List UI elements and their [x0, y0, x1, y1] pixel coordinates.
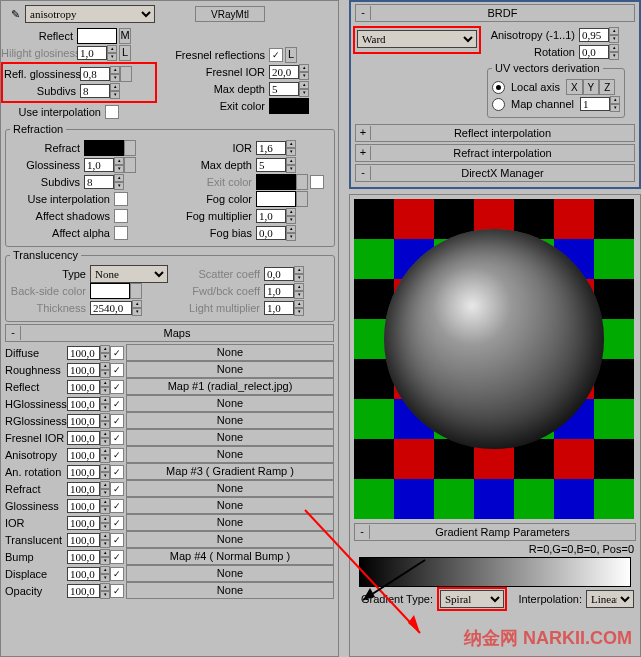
map-enable-check[interactable]: ✓ [110, 533, 124, 547]
map-slot-button[interactable]: None [126, 582, 334, 599]
reflect-label: Reflect [1, 30, 77, 42]
map-enable-check[interactable]: ✓ [110, 482, 124, 496]
map-slot-button[interactable]: None [126, 344, 334, 361]
map-row: Glossiness▴▾✓None [5, 497, 334, 514]
gradient-bar[interactable] [359, 557, 631, 587]
map-enable-check[interactable]: ✓ [110, 550, 124, 564]
map-row: Reflect▴▾✓Map #1 (radial_relect.jpg) [5, 378, 334, 395]
map-amount-input[interactable] [67, 363, 100, 377]
map-label: IOR [5, 517, 67, 529]
local-axis-radio[interactable] [492, 81, 505, 94]
map-label: Translucent [5, 534, 67, 546]
map-label: Refract [5, 483, 67, 495]
map-amount-input[interactable] [67, 431, 100, 445]
map-amount-input[interactable] [67, 584, 100, 598]
map-enable-check[interactable]: ✓ [110, 414, 124, 428]
gradient-info: R=0,G=0,B=0, Pos=0 [350, 543, 640, 555]
exit-color[interactable] [269, 98, 309, 114]
material-name-dropdown[interactable]: anisotropy [25, 5, 155, 23]
preview-panel: -Gradient Ramp Parameters R=0,G=0,B=0, P… [349, 194, 641, 657]
material-type-button[interactable]: VRayMtl [195, 6, 265, 22]
map-amount-input[interactable] [67, 397, 100, 411]
fresnel-check[interactable]: ✓ [269, 48, 283, 62]
map-enable-check[interactable]: ✓ [110, 397, 124, 411]
map-slot-button[interactable]: Map #3 ( Gradient Ramp ) [126, 463, 334, 480]
map-slot-button[interactable]: None [126, 480, 334, 497]
map-amount-input[interactable] [67, 482, 100, 496]
map-enable-check[interactable]: ✓ [110, 499, 124, 513]
map-row: Bump▴▾✓Map #4 ( Normal Bump ) [5, 548, 334, 565]
map-amount-input[interactable] [67, 448, 100, 462]
use-interp-check[interactable] [105, 105, 119, 119]
map-enable-check[interactable]: ✓ [110, 346, 124, 360]
hilight-gloss-input[interactable] [77, 46, 107, 60]
map-slot-button[interactable]: None [126, 514, 334, 531]
map-amount-input[interactable] [67, 380, 100, 394]
interpolation-select[interactable]: Linear [586, 590, 634, 608]
gradient-type-select[interactable]: Spiral [440, 590, 504, 608]
map-row: Displace▴▾✓None [5, 565, 334, 582]
map-label: Diffuse [5, 347, 67, 359]
map-label: Bump [5, 551, 67, 563]
map-amount-input[interactable] [67, 533, 100, 547]
map-slot-button[interactable]: None [126, 412, 334, 429]
map-enable-check[interactable]: ✓ [110, 584, 124, 598]
map-row: Roughness▴▾✓None [5, 361, 334, 378]
brdf-type-select[interactable]: Ward [357, 30, 477, 48]
map-slot-button[interactable]: Map #1 (radial_relect.jpg) [126, 378, 334, 395]
map-slot-button[interactable]: None [126, 446, 334, 463]
map-label: An. rotation [5, 466, 67, 478]
spinner[interactable]: ▴▾ [107, 45, 117, 61]
translucency-group: Translucency TypeNone Back-side color Th… [5, 249, 335, 322]
map-enable-check[interactable]: ✓ [110, 448, 124, 462]
maps-rollout-header[interactable]: -Maps [5, 324, 334, 342]
map-amount-input[interactable] [67, 414, 100, 428]
map-row: RGlossiness▴▾✓None [5, 412, 334, 429]
map-amount-input[interactable] [67, 550, 100, 564]
map-amount-input[interactable] [67, 567, 100, 581]
brdf-panel: -BRDF Ward Anisotropy (-1..1)▴▾ Rotation… [349, 0, 641, 189]
map-amount-input[interactable] [67, 516, 100, 530]
material-preview [354, 199, 634, 519]
subdivs-input[interactable] [80, 84, 110, 98]
map-slot-button[interactable]: None [126, 565, 334, 582]
map-enable-check[interactable]: ✓ [110, 516, 124, 530]
max-depth-input[interactable] [269, 82, 299, 96]
map-slot-button[interactable]: None [126, 531, 334, 548]
map-enable-check[interactable]: ✓ [110, 567, 124, 581]
map-slot-button[interactable]: Map #4 ( Normal Bump ) [126, 548, 334, 565]
map-slot-button[interactable]: None [126, 497, 334, 514]
map-enable-check[interactable]: ✓ [110, 465, 124, 479]
map-amount-input[interactable] [67, 499, 100, 513]
map-slot-button[interactable]: None [126, 395, 334, 412]
map-slot-button[interactable]: None [126, 429, 334, 446]
map-label: Glossiness [5, 500, 67, 512]
map-enable-check[interactable]: ✓ [110, 363, 124, 377]
trans-type-select[interactable]: None [90, 265, 168, 283]
watermark: 纳金网 NARKII.COM [464, 626, 632, 650]
map-row: Anisotropy▴▾✓None [5, 446, 334, 463]
map-row: Fresnel IOR▴▾✓None [5, 429, 334, 446]
map-enable-check[interactable]: ✓ [110, 431, 124, 445]
map-label: Opacity [5, 585, 67, 597]
fresnel-ior-input[interactable] [269, 65, 299, 79]
reflect-m-button[interactable]: M [119, 28, 131, 44]
map-label: Roughness [5, 364, 67, 376]
map-label: Reflect [5, 381, 67, 393]
refraction-group: Refraction Refract Glossiness▴▾ Subdivs▴… [5, 123, 335, 247]
reflect-color[interactable] [77, 28, 117, 44]
map-slot-button[interactable]: None [126, 361, 334, 378]
map-channel-radio[interactable] [492, 98, 505, 111]
map-row: IOR▴▾✓None [5, 514, 334, 531]
map-row: HGlossiness▴▾✓None [5, 395, 334, 412]
map-label: Displace [5, 568, 67, 580]
l-button[interactable]: L [119, 45, 131, 61]
eyedropper-icon[interactable]: ✎ [5, 8, 25, 21]
map-enable-check[interactable]: ✓ [110, 380, 124, 394]
refl-gloss-input[interactable] [80, 67, 110, 81]
material-editor-panel: ✎ anisotropy VRayMtl Reflect M Hilight g… [0, 0, 339, 657]
map-amount-input[interactable] [67, 346, 100, 360]
map-amount-input[interactable] [67, 465, 100, 479]
map-row: Opacity▴▾✓None [5, 582, 334, 599]
map-label: HGlossiness [5, 398, 67, 410]
